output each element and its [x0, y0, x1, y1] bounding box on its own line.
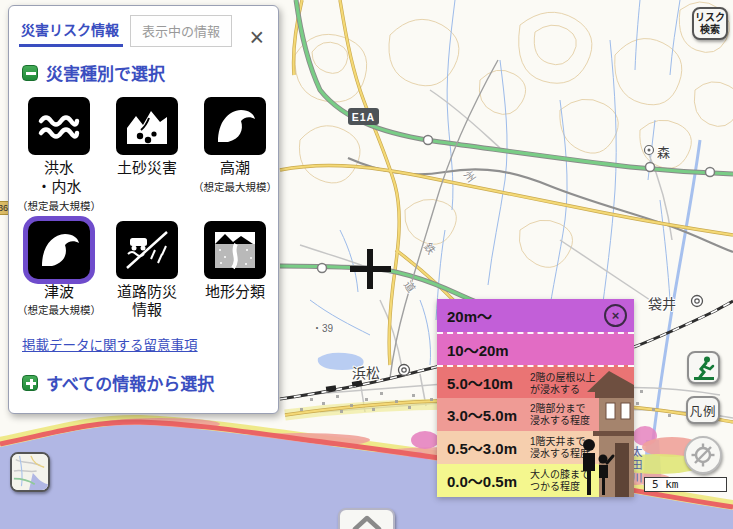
- disaster-tile-flood[interactable]: 洪水・内水 （想定最大規模）: [15, 97, 103, 213]
- tile-label2: ・内水: [36, 178, 81, 197]
- legend-desc: 1階天井まで浸水する程度: [530, 436, 590, 460]
- panel-tabs: 災害リスク情報 表示中の情報 ×: [9, 6, 278, 47]
- legend-row: 10～20m: [437, 332, 634, 365]
- data-notice-link[interactable]: 掲載データに関する留意事項: [22, 334, 278, 354]
- legend-depth-label: 3.0～5.0m: [437, 404, 517, 425]
- legend-row: 0.0～0.5m 大人の膝までつかる程度: [437, 464, 634, 497]
- select-all-row: すべての情報から選択: [22, 370, 268, 395]
- disaster-tile-landslide[interactable]: 土砂災害: [103, 97, 191, 213]
- tile-label: 高潮: [220, 159, 250, 178]
- storm-surge-icon: [204, 97, 266, 155]
- disaster-risk-panel: 災害リスク情報 表示中の情報 × 災害種別で選択 洪水・内水: [8, 5, 279, 414]
- section-title: 災害種別で選択: [46, 60, 165, 85]
- elevation-label: ・39: [312, 320, 333, 335]
- tile-label: 洪水: [36, 159, 81, 178]
- legend-close-icon[interactable]: ×: [604, 304, 627, 327]
- tile-sub: （想定最大規模）: [193, 179, 277, 194]
- map-scale-bar: 5 km: [644, 477, 727, 492]
- tsunami-icon: [28, 221, 90, 279]
- mini-map-thumbnail: [12, 453, 48, 491]
- expand-plus-icon[interactable]: [22, 375, 38, 391]
- legend-toggle-button[interactable]: 凡例: [686, 396, 720, 424]
- scale-text: 5 km: [645, 478, 679, 491]
- legend-desc: 2階の屋根以上が浸水する: [530, 372, 596, 396]
- disaster-tile-tsunami[interactable]: 津波 （想定最大規模）: [15, 221, 103, 322]
- disaster-tile-storm-surge[interactable]: 高潮 （想定最大規模）: [191, 97, 279, 213]
- tile-sub: （想定最大規模）: [17, 198, 101, 213]
- legend-depth-label: 5.0～10m: [437, 372, 513, 393]
- tab-disaster-risk-info[interactable]: 災害リスク情報: [19, 15, 123, 47]
- road-disaster-icon: [116, 221, 178, 279]
- legend-depth-label: 0.5～3.0m: [437, 437, 517, 458]
- legend-depth-label: 0.0～0.5m: [437, 470, 517, 491]
- expressway-badge: E1A: [348, 108, 379, 125]
- risk-search-label: リスク: [695, 12, 725, 24]
- legend-row: 5.0～10m 2階の屋根以上が浸水する: [437, 365, 634, 398]
- tile-sub: （想定最大規模）: [17, 302, 101, 317]
- legend-toggle-label: 凡例: [689, 401, 716, 420]
- collapse-minus-icon[interactable]: [22, 65, 38, 81]
- tile-label: 土砂災害: [117, 159, 177, 178]
- disaster-tile-road[interactable]: 道路防災情報: [103, 221, 191, 322]
- select-all-label[interactable]: すべての情報から選択: [46, 370, 214, 395]
- running-person-icon: [691, 355, 717, 381]
- tile-label2: 情報: [117, 301, 177, 320]
- section-header: 災害種別で選択: [22, 60, 268, 85]
- legend-desc: 2階部分まで浸水する程度: [530, 403, 590, 427]
- legend-depth-label: 20m～: [437, 305, 492, 326]
- disaster-tile-terrain[interactable]: 地形分類: [191, 221, 279, 322]
- landslide-icon: [116, 97, 178, 155]
- evacuation-site-button[interactable]: [687, 351, 720, 384]
- legend-desc: 大人の膝までつかる程度: [530, 469, 590, 493]
- tile-label: 地形分類: [205, 283, 265, 302]
- locate-off-icon: [690, 442, 716, 468]
- hazard-map-app: E1A 362 森 袋井 浜松 太田川 ・39 州 鉄 道 災害リスク情報 表示…: [0, 0, 733, 529]
- chevron-up-icon: [347, 512, 387, 529]
- tsunami-depth-legend: × 20m～ 10～20m 5.0～10m 2階の屋根以上が浸水する 3.0～5…: [437, 299, 634, 497]
- tile-label: 津波: [44, 283, 74, 302]
- risk-search-button[interactable]: リスク 検索: [692, 7, 728, 40]
- flood-icon: [28, 97, 90, 155]
- close-icon[interactable]: ×: [245, 27, 268, 47]
- terrain-classification-icon: [204, 221, 266, 279]
- legend-row: 3.0～5.0m 2階部分まで浸水する程度: [437, 398, 634, 431]
- tab-displayed-info[interactable]: 表示中の情報: [130, 15, 232, 47]
- legend-depth-label: 10～20m: [437, 339, 509, 360]
- collapse-panel-button[interactable]: [338, 508, 395, 529]
- disaster-type-grid: 洪水・内水 （想定最大規模） 土砂災害: [15, 97, 278, 321]
- overview-map-button[interactable]: [10, 452, 50, 492]
- geolocation-button[interactable]: [684, 436, 722, 474]
- risk-search-label2: 検索: [695, 24, 725, 36]
- tile-label: 道路防災: [117, 283, 177, 302]
- legend-row: 0.5～3.0m 1階天井まで浸水する程度: [437, 431, 634, 464]
